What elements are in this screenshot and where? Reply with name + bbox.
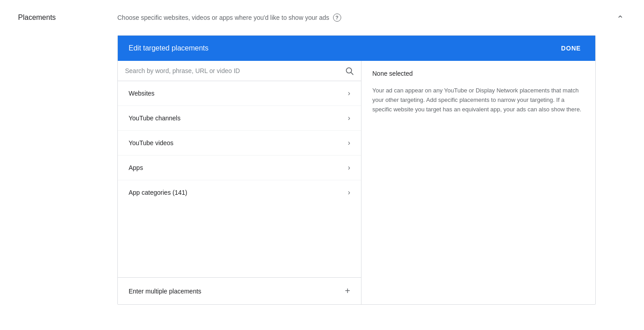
chevron-right-icon: › [348, 139, 350, 147]
card-header-title: Edit targeted placements [129, 44, 208, 52]
search-row [118, 61, 361, 81]
chevron-right-icon: › [348, 188, 350, 197]
menu-item-websites[interactable]: Websites › [118, 81, 361, 106]
menu-item-apps[interactable]: Apps › [118, 156, 361, 180]
search-icon [345, 66, 354, 75]
page-wrapper: Placements Choose specific websites, vid… [0, 0, 644, 330]
none-selected-status: None selected [372, 70, 584, 77]
svg-line-1 [351, 73, 353, 74]
svg-point-0 [346, 68, 352, 73]
chevron-right-icon: › [348, 164, 350, 172]
right-column: None selected Your ad can appear on any … [361, 61, 595, 304]
none-selected-description: Your ad can appear on any YouTube or Dis… [372, 86, 584, 114]
section-title: Placements [18, 14, 117, 22]
help-icon[interactable]: ? [333, 14, 341, 22]
search-input[interactable] [125, 67, 341, 74]
card-header: Edit targeted placements DONE [118, 36, 595, 61]
menu-item-app-categories[interactable]: App categories (141) › [118, 180, 361, 205]
enter-multiple-label: Enter multiple placements [129, 288, 201, 295]
header-row: Placements Choose specific websites, vid… [18, 14, 626, 24]
menu-item-label: YouTube channels [129, 115, 181, 122]
menu-item-youtube-channels[interactable]: YouTube channels › [118, 106, 361, 131]
done-button[interactable]: DONE [557, 43, 584, 54]
menu-item-label: Websites [129, 90, 154, 97]
card-body: Websites › YouTube channels › YouTube vi… [118, 61, 595, 304]
chevron-right-icon: › [348, 114, 350, 122]
placements-card: Edit targeted placements DONE [117, 35, 596, 305]
menu-item-label: Apps [129, 164, 143, 171]
enter-multiple-placements-row[interactable]: Enter multiple placements + [118, 277, 361, 304]
description-text: Choose specific websites, videos or apps… [117, 14, 329, 21]
left-column: Websites › YouTube channels › YouTube vi… [118, 61, 361, 304]
menu-item-label: App categories (141) [129, 189, 187, 196]
menu-item-youtube-videos[interactable]: YouTube videos › [118, 131, 361, 156]
section-description: Choose specific websites, videos or apps… [117, 14, 615, 22]
chevron-right-icon: › [348, 89, 350, 97]
menu-list: Websites › YouTube channels › YouTube vi… [118, 81, 361, 277]
collapse-icon[interactable]: ⌃ [615, 14, 626, 24]
plus-icon: + [345, 286, 350, 296]
menu-item-label: YouTube videos [129, 139, 173, 147]
